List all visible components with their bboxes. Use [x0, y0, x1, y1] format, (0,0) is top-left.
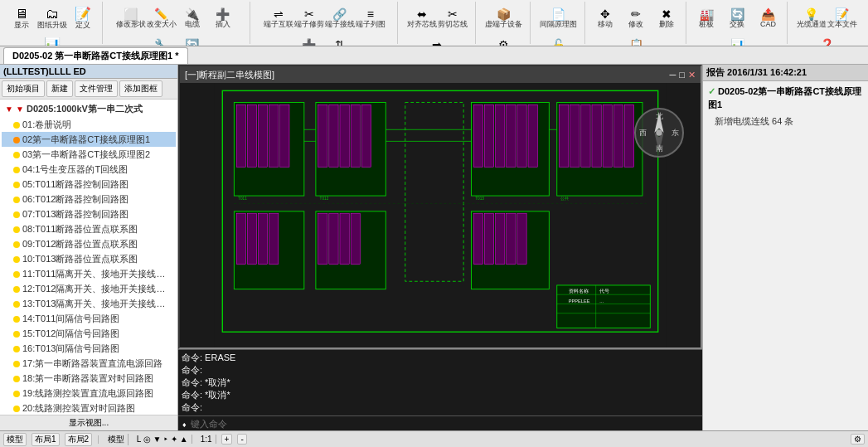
floorplan-icon: 🗂: [46, 7, 59, 21]
tree-item-item16[interactable]: 17:第一串断路器装置直流电源回路: [2, 356, 176, 371]
btn-align-wire[interactable]: ⬌ 对齐芯线: [407, 3, 437, 33]
cad-export-icon: 📤: [761, 8, 775, 20]
btn-cable[interactable]: 🔌 电缆: [177, 3, 207, 33]
tree-item-item1[interactable]: 02第一串断路器CT接线原理图1: [2, 132, 176, 147]
btn-interval-principle[interactable]: 📄 间隔原理图: [543, 3, 573, 33]
svg-text:代号: 代号: [599, 289, 609, 294]
btn-virtual-device[interactable]: 📦 虚端子设备: [488, 3, 518, 33]
tree-item-item10[interactable]: 11:T011隔离开关、接地开关接线点图: [2, 266, 176, 281]
btn-text-file[interactable]: 📝 文本文件: [827, 3, 857, 33]
tree-item-item0[interactable]: 01:卷册说明: [2, 117, 176, 132]
btn-new[interactable]: 新建: [46, 80, 73, 97]
btn-terminal-row[interactable]: ≡ 端子列图: [356, 3, 386, 33]
terminal-cable-icon: 🔗: [332, 8, 347, 20]
btn-pylons[interactable]: 🏭 桩板: [691, 3, 721, 33]
tree-item-item15[interactable]: 16:T013间隔信号回路图: [2, 341, 176, 356]
btn-display[interactable]: 🖥 显示: [7, 3, 36, 33]
tree-item-item5[interactable]: 06:T012断路器控制回路图: [2, 192, 176, 206]
svg-text:T013: T013: [475, 197, 484, 201]
svg-text:公共: 公共: [560, 196, 569, 201]
btn-modify-factory[interactable]: 🔧 厂家端子: [147, 34, 177, 46]
status-model-btn[interactable]: 模型: [3, 433, 27, 446]
tree-item-item18[interactable]: 19:线路测控装置直流电源回路图: [2, 386, 176, 401]
cmd-line-4: 命令:: [182, 401, 699, 414]
btn-optical-cable[interactable]: 💡 光缆通道: [797, 3, 827, 33]
modify-size-icon: ✏️: [154, 8, 168, 20]
tree-item-item6[interactable]: 07:T013断路器控制回路图: [2, 206, 176, 221]
btn-insert-a[interactable]: ➕ 插入: [208, 3, 238, 33]
drawing-canvas[interactable]: 资料名称 代号 PPPELEE ...: [180, 83, 701, 347]
help-icon: ❓: [820, 39, 834, 46]
btn-definition[interactable]: 📝 定义: [68, 3, 98, 33]
btn-terminal-interact[interactable]: ⇌ 端子互联: [264, 3, 293, 33]
status-zoom-in[interactable]: +: [221, 434, 233, 445]
tree-item-item14[interactable]: 15:T012间隔信号回路图: [2, 326, 176, 341]
btn-virtual-auto[interactable]: ⚙ 自动绘制: [488, 34, 518, 46]
tree-item-item11[interactable]: 12:T012隔离开关、接地开关接线点图: [2, 281, 176, 296]
drawing-maximize[interactable]: □: [679, 70, 685, 80]
tree-item-item12[interactable]: 13:T013隔离开关、接地开关接线点图: [2, 296, 176, 311]
status-settings[interactable]: ⚙: [851, 434, 865, 445]
tree-root[interactable]: ▼ ▼ D0205:1000kV第一串二次式: [2, 101, 176, 117]
tree-item-item13[interactable]: 14:T011间隔信号回路图: [2, 311, 176, 326]
svg-rect-14: [258, 104, 267, 167]
btn-floorplan[interactable]: 🗂 图纸升级: [37, 3, 67, 33]
tree-container[interactable]: ▼ ▼ D0205:1000kV第一串二次式 01:卷册说明02第一串断路器CT…: [0, 100, 177, 415]
tree-item-item3[interactable]: 04:1号生变压器的T回线图: [2, 162, 176, 177]
tree-item-item8[interactable]: 09:T012断路器位置点联系图: [2, 236, 176, 251]
btn-dataview[interactable]: 📊 数据浏览: [37, 34, 67, 46]
toolbar-group-data: 🏭 桩板 🔄 交换 📤 CAD 📊 端子表 数据提取输出: [688, 2, 788, 44]
left-panel-title: (LLLTEST)LLLL ED: [0, 65, 177, 79]
btn-modify-size[interactable]: ✏️ 改变大小: [147, 3, 177, 33]
svg-rect-39: [236, 214, 245, 265]
btn-cad-label: CAD: [760, 21, 776, 29]
tree-item-item9[interactable]: 10:T013断路器位置点联系图: [2, 251, 176, 266]
text-file-icon: 📝: [835, 8, 849, 20]
btn-help[interactable]: ❓ 帮助: [812, 34, 841, 46]
btn-terminal-cable[interactable]: 🔗 端子接线: [325, 3, 355, 33]
btn-display-label: 显示: [14, 22, 29, 30]
status-layout1-btn[interactable]: 布局1: [32, 433, 60, 446]
tree-item-item17[interactable]: 18:第一串断路器装置对时回路图: [2, 371, 176, 386]
terminal-row-icon: ≡: [367, 8, 374, 20]
btn-cut-wire[interactable]: ✂ 剪切芯线: [438, 3, 468, 33]
btn-terminal-modify[interactable]: ✂ 端子修剪: [294, 3, 324, 33]
toolbar-group-interval: 📄 间隔原理图 🔓 间隔打开关 间隔: [532, 2, 585, 44]
svg-rect-16: [280, 104, 289, 167]
tree-item-item19[interactable]: 20:线路测控装置对时回路图: [2, 401, 176, 415]
btn-interval-open[interactable]: 🔓 间隔打开关: [543, 34, 573, 46]
svg-rect-20: [340, 104, 349, 167]
btn-hide-arrow[interactable]: ➡ 隐藏箭头: [422, 34, 452, 46]
status-layout2-btn[interactable]: 布局2: [65, 433, 93, 446]
svg-text:资料名称: 资料名称: [569, 289, 589, 294]
btn-file-mgr[interactable]: 文件管理: [75, 80, 118, 97]
tree-item-item7[interactable]: 08:T011断路器位置点联系图: [2, 221, 176, 236]
toolbar-group-terminal: ⇌ 端子互联 ✂ 端子修剪 🔗 端子接线 ≡ 端子列图 ➕ 插入端子 ⇅ 端子排…: [252, 2, 398, 44]
btn-move[interactable]: ✥ 移动: [590, 3, 620, 33]
left-panel-bottom-btn[interactable]: 显示视图...: [0, 415, 177, 430]
svg-rect-40: [247, 214, 256, 265]
svg-rect-47: [351, 214, 360, 265]
btn-terminal-insert[interactable]: ➕ 插入端子: [294, 34, 324, 46]
terminal-sort-icon: ⇅: [335, 39, 345, 46]
btn-modify-shape[interactable]: ⬜ 修改形状: [116, 3, 146, 33]
drawing-minimize[interactable]: ─: [670, 70, 676, 80]
tab-active[interactable]: D0205-02 第一串断路器CT接线原理图1 *: [3, 47, 188, 64]
btn-replace[interactable]: 🔄 替换: [177, 34, 207, 46]
btn-exchange[interactable]: 🔄 交换: [722, 3, 752, 33]
btn-terminal-sort[interactable]: ⇅ 端子排序: [325, 34, 355, 46]
btn-add-frame[interactable]: 添加图框: [119, 80, 162, 97]
cmd-input-row[interactable]: ⬧: [178, 415, 702, 430]
tree-item-item4[interactable]: 05:T011断路器控制回路图: [2, 177, 176, 192]
btn-modify[interactable]: ✏ 修改: [621, 3, 651, 33]
btn-cad-export[interactable]: 📤 CAD: [753, 3, 783, 33]
btn-copy[interactable]: 📋 复制: [621, 34, 651, 46]
drawing-close[interactable]: ✕: [688, 70, 696, 80]
btn-terminal-table[interactable]: 📊 端子表: [722, 34, 752, 46]
interval-open-icon: 🔓: [551, 39, 565, 46]
tree-item-item2[interactable]: 03第一串断路器CT接线原理图2: [2, 147, 176, 162]
cmd-input[interactable]: [191, 419, 699, 429]
btn-init-project[interactable]: 初始项目: [2, 80, 45, 97]
btn-delete[interactable]: ✖ 删除: [652, 3, 681, 33]
status-zoom-out[interactable]: -: [237, 434, 246, 445]
